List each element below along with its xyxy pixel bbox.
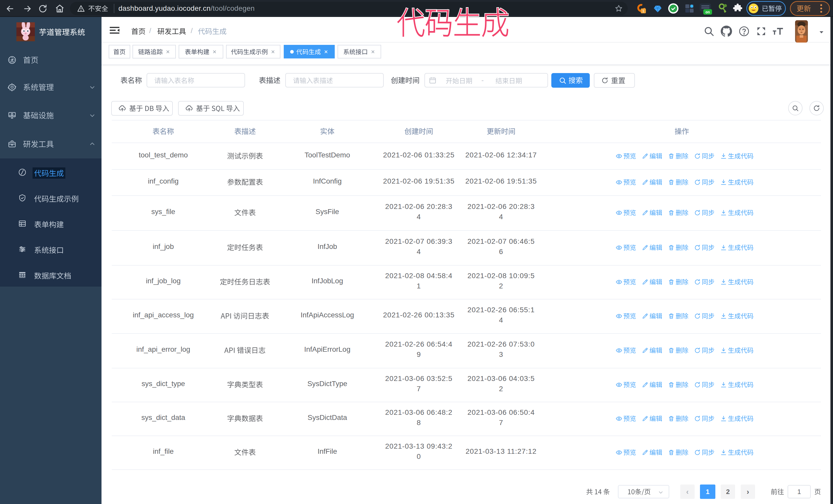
svg-text:1: 1	[642, 9, 644, 13]
svg-text:on: on	[705, 10, 710, 14]
